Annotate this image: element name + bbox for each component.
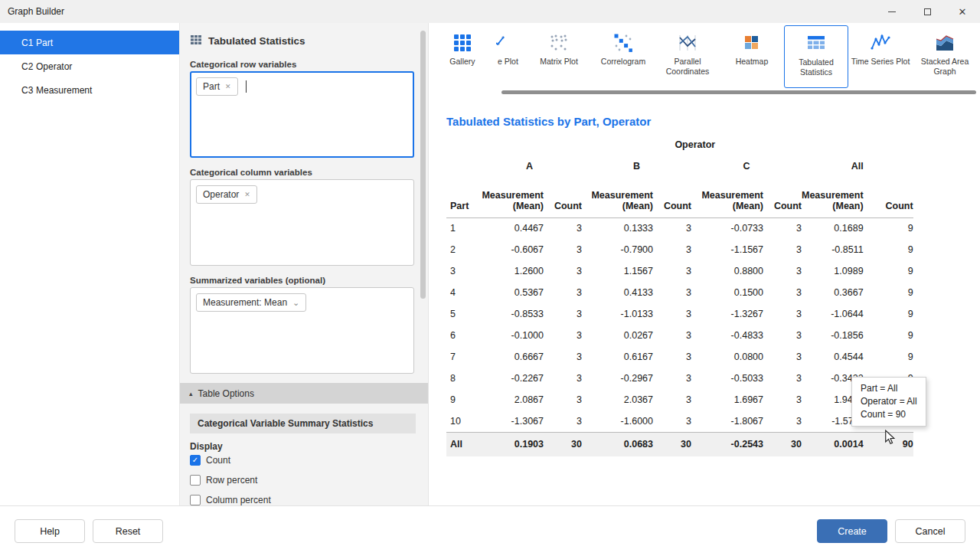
part-cell: 8 <box>446 368 477 389</box>
group-header-all: All <box>802 155 913 178</box>
gallery-item-tabulated-statistics[interactable]: Tabulated Statistics <box>784 25 848 88</box>
sum-variables-dropzone[interactable]: Measurement: Mean⌄ <box>190 287 414 374</box>
gallery-item-parallel-coordinates[interactable]: Parallel Coordinates <box>655 25 720 88</box>
panel-scrollbar[interactable] <box>420 29 426 499</box>
value-cell: 0.3667 <box>802 282 864 303</box>
value-cell: 0.4133 <box>582 282 653 303</box>
value-cell: -1.0133 <box>582 303 653 325</box>
gallery-item-gallery[interactable]: Gallery <box>429 23 496 93</box>
count-column-header: Count <box>864 178 913 217</box>
value-cell: 3 <box>544 303 582 325</box>
value-cell: 0.6667 <box>477 346 544 368</box>
value-cell: 0.0267 <box>582 325 653 346</box>
tooltip-line: Count = 90 <box>861 408 917 421</box>
table-options-header[interactable]: ▴ Table Options <box>180 383 428 404</box>
gallery-item-heatmap[interactable]: Heatmap <box>720 25 784 88</box>
checked-checkbox-icon[interactable]: ✓ <box>190 455 201 466</box>
value-cell: 3 <box>763 389 802 410</box>
value-cell: 3 <box>653 303 691 325</box>
chip-remove-icon[interactable]: ✕ <box>225 83 231 90</box>
line-plot-icon <box>496 33 506 53</box>
mean-column-header: Measurement(Mean) <box>477 178 544 217</box>
gallery-item-time-series-plot[interactable]: Time Series Plot <box>848 25 913 88</box>
value-cell: 30 <box>763 432 802 456</box>
chip-remove-icon[interactable]: ✕ <box>244 191 250 198</box>
value-cell: 3 <box>544 368 582 389</box>
gallery-item-label: Parallel Coordinates <box>655 57 720 77</box>
value-cell: -0.6067 <box>477 239 544 260</box>
col-variables-label: Categorical column variables <box>190 168 414 178</box>
part-column-header: Part <box>446 178 477 217</box>
minimize-button[interactable] <box>874 0 910 23</box>
maximize-button[interactable] <box>910 0 945 23</box>
gallery-scrollbar[interactable] <box>501 90 976 94</box>
value-cell: -0.8511 <box>802 239 864 260</box>
value-cell: 3 <box>763 282 802 303</box>
create-button[interactable]: Create <box>817 519 887 543</box>
part-cell: 3 <box>446 260 477 282</box>
variable-chip-measurement-mean[interactable]: Measurement: Mean⌄ <box>196 293 306 312</box>
mean-column-header: Measurement(Mean) <box>582 178 653 217</box>
variable-chip-operator[interactable]: Operator✕ <box>196 185 257 204</box>
matrix-plot-icon <box>549 33 569 53</box>
close-button[interactable]: ✕ <box>945 0 980 23</box>
value-cell: -0.7900 <box>582 239 653 260</box>
checkbox-label: Column percent <box>206 495 271 505</box>
value-cell: 0.1333 <box>582 217 653 239</box>
table-icon <box>190 34 202 48</box>
unchecked-checkbox-icon[interactable] <box>190 475 201 486</box>
sidebar-item-part[interactable]: C1Part <box>0 31 179 54</box>
value-cell: 3 <box>653 260 691 282</box>
value-cell: 3 <box>653 346 691 368</box>
value-cell: 3 <box>653 368 691 389</box>
row-variables-dropzone[interactable]: Part✕ <box>190 71 414 158</box>
value-cell: 9 <box>864 260 913 282</box>
gallery-item-label: Matrix Plot <box>527 57 591 67</box>
checkbox-row-percent[interactable]: Row percent <box>190 474 414 486</box>
value-cell: 30 <box>653 432 691 456</box>
gallery-item-correlogram[interactable]: Correlogram <box>591 25 655 88</box>
unchecked-checkbox-icon[interactable] <box>190 495 201 505</box>
checkbox-column-percent[interactable]: Column percent <box>190 494 414 505</box>
cancel-button[interactable]: Cancel <box>895 519 965 543</box>
value-cell: 3 <box>763 325 802 346</box>
value-cell: 2.0867 <box>477 389 544 410</box>
col-variables-dropzone[interactable]: Operator✕ <box>190 179 414 266</box>
corner-cell <box>446 155 477 178</box>
gallery-item-stacked-area-graph[interactable]: Stacked Area Graph <box>913 25 977 88</box>
part-cell: 1 <box>446 217 477 239</box>
gallery-item-e-plot[interactable]: e Plot <box>496 25 527 88</box>
value-cell: 3 <box>653 239 691 260</box>
table-row: 2-0.60673-0.79003-1.15673-0.85119 <box>446 239 913 260</box>
value-cell: 0.1903 <box>477 432 544 456</box>
value-cell: -1.8067 <box>691 410 763 432</box>
value-cell: 9 <box>864 325 913 346</box>
checkbox-label: Count <box>206 455 230 466</box>
sidebar-item-measurement[interactable]: C3Measurement <box>0 78 179 102</box>
gallery-item-label: Heatmap <box>720 57 784 67</box>
value-cell: 3 <box>653 217 691 239</box>
table-total-row: All0.1903300.068330-0.2543300.001490 <box>446 432 913 456</box>
value-cell: 3 <box>763 303 802 325</box>
scrollbar-thumb[interactable] <box>420 31 426 299</box>
column-name: Part <box>36 38 53 48</box>
value-cell: 3 <box>763 239 802 260</box>
reset-button[interactable]: Reset <box>93 519 163 543</box>
chevron-down-icon[interactable]: ⌄ <box>292 300 299 305</box>
checkbox-count[interactable]: ✓Count <box>190 454 414 466</box>
row-variables-label: Categorical row variables <box>190 60 414 70</box>
value-cell: 3 <box>763 260 802 282</box>
variable-chip-part[interactable]: Part✕ <box>196 77 238 96</box>
table-row: 10-1.30673-1.60003-1.80673-1.57119 <box>446 410 913 432</box>
value-cell: 0.5367 <box>477 282 544 303</box>
minimize-icon <box>888 11 896 12</box>
value-cell: -0.2967 <box>582 368 653 389</box>
gallery-item-label: Gallery <box>429 57 496 67</box>
group-header-b: B <box>582 155 691 178</box>
value-cell: 1.2600 <box>477 260 544 282</box>
part-cell: 5 <box>446 303 477 325</box>
gallery-item-matrix-plot[interactable]: Matrix Plot <box>527 25 591 88</box>
help-button[interactable]: Help <box>15 519 85 543</box>
sidebar-item-operator[interactable]: C2Operator <box>0 54 179 78</box>
table-row: 92.086732.036731.696731.94009 <box>446 389 913 410</box>
